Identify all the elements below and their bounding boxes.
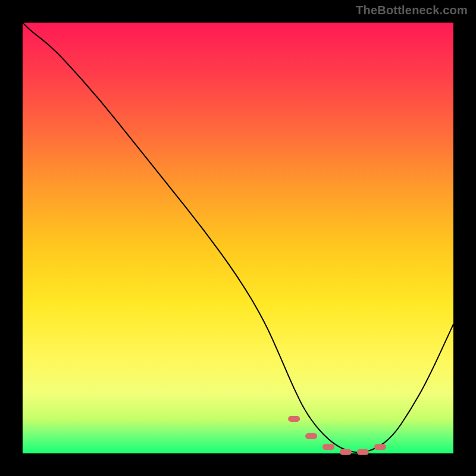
plot-area [23,23,453,453]
bottleneck-curve-path [23,23,453,452]
optimal-marker [322,444,334,450]
optimal-marker [357,449,369,455]
optimal-marker [374,444,386,450]
curve-line [23,23,453,452]
optimal-marker [288,416,300,422]
bottleneck-chart: TheBottleneck.com [0,0,476,476]
optimal-marker [340,449,352,455]
optimal-markers [288,416,386,455]
optimal-marker [305,433,317,439]
chart-svg [23,23,453,453]
watermark-text: TheBottleneck.com [356,4,468,17]
